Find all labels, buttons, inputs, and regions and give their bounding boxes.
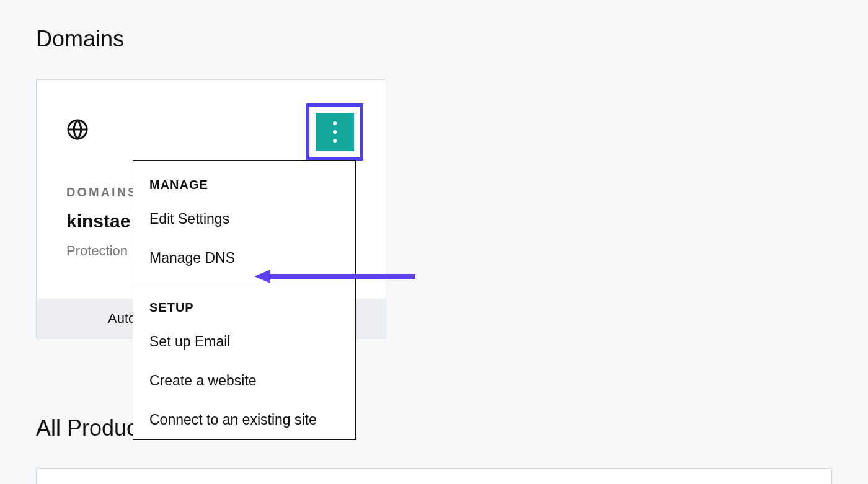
kebab-dot-icon xyxy=(333,139,337,143)
products-panel xyxy=(36,468,832,484)
menu-item-setup-email[interactable]: Set up Email xyxy=(133,322,355,361)
all-products-title: All Product xyxy=(36,415,144,441)
kebab-highlight xyxy=(306,103,363,161)
menu-item-create-website[interactable]: Create a website xyxy=(133,361,355,400)
globe-icon xyxy=(66,118,89,141)
domain-actions-menu: MANAGE Edit Settings Manage DNS SETUP Se… xyxy=(133,160,356,440)
menu-item-edit-settings[interactable]: Edit Settings xyxy=(133,200,355,239)
menu-section-setup: SETUP xyxy=(133,283,355,322)
page-title: Domains xyxy=(36,26,124,52)
auto-renew-text: Auto xyxy=(108,310,136,327)
menu-section-manage: MANAGE xyxy=(133,161,355,200)
menu-item-manage-dns[interactable]: Manage DNS xyxy=(133,239,355,278)
menu-item-connect-site[interactable]: Connect to an existing site xyxy=(133,400,355,439)
card-header xyxy=(37,80,386,173)
kebab-dot-icon xyxy=(333,121,337,125)
kebab-dot-icon xyxy=(333,130,337,134)
kebab-menu-button[interactable] xyxy=(316,113,354,151)
